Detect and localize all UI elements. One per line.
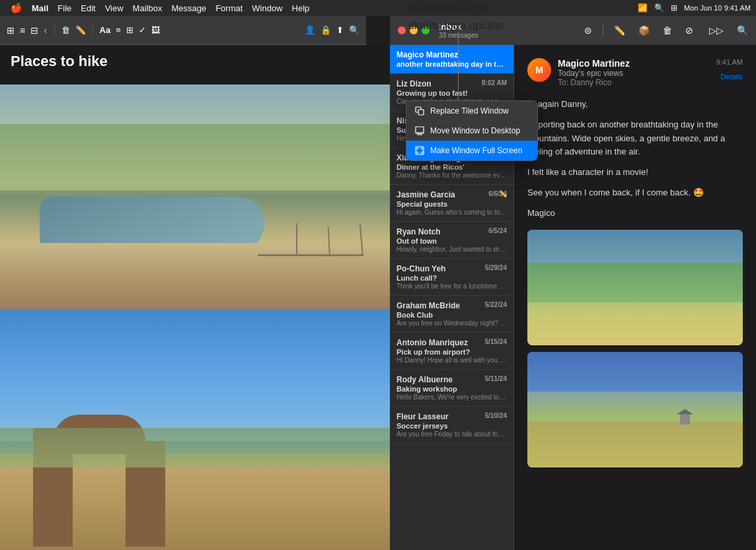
mail-preview-9: Hello Bakers, We're very excited to have… bbox=[397, 394, 507, 401]
mail-body-line-1: Hi again Danny, bbox=[527, 98, 743, 112]
menubar-message[interactable]: Message bbox=[167, 3, 211, 13]
mail-date-6: 5/29/24 bbox=[485, 264, 507, 273]
font-icon[interactable]: Aa bbox=[100, 25, 111, 35]
landscape-image-1 bbox=[0, 85, 390, 309]
menubar-edit[interactable]: Edit bbox=[76, 3, 100, 13]
mail-date-10: 5/10/24 bbox=[485, 412, 507, 421]
menubar-format[interactable]: Format bbox=[211, 3, 247, 13]
mail-list-item-9[interactable]: Rody Albuerne 5/11/24 Baking workshop He… bbox=[390, 370, 513, 407]
compose-mail-icon[interactable]: ✏️ bbox=[614, 25, 625, 36]
mail-body-line-4: See you when I come back, if I come back… bbox=[527, 186, 743, 200]
mail-header-info: Magico Martinez Today's epic views To: D… bbox=[558, 58, 710, 87]
mail-subject-3: Dinner at the Ricos' bbox=[397, 163, 507, 171]
mail-date-1: 8:02 AM bbox=[482, 79, 507, 88]
details-link[interactable]: Details bbox=[720, 73, 743, 81]
mail-list-item-7[interactable]: Graham McBride 5/22/24 Book Club Are you… bbox=[390, 296, 513, 333]
mail-subject-7: Book Club bbox=[397, 311, 507, 319]
menubar-file[interactable]: File bbox=[53, 3, 76, 13]
sender-name-6: Po-Chun Yeh bbox=[397, 264, 485, 273]
lock-icon[interactable]: 🔒 bbox=[321, 25, 331, 35]
sender-name-8: Antonio Manriquez bbox=[397, 338, 485, 347]
landscape-image-2 bbox=[0, 309, 390, 550]
sender-name-4: Jasmine Garcia bbox=[397, 190, 488, 199]
menubar-window[interactable]: Window bbox=[247, 3, 287, 13]
mail-date-7: 5/22/24 bbox=[485, 301, 507, 310]
context-menu-item-fullscreen[interactable]: Make Window Full Screen bbox=[406, 141, 537, 160]
mail-date-8: 5/15/24 bbox=[485, 338, 507, 347]
mail-preview-10: Are you free Friday to talk about the ne… bbox=[397, 430, 507, 438]
apple-menu[interactable]: 🍎 bbox=[5, 3, 27, 13]
mail-list-item-selected[interactable]: Magico Martinez another breathtaking day… bbox=[390, 45, 513, 74]
mail-body: Hi again Danny, Reporting back on anothe… bbox=[527, 98, 743, 221]
sender-name-5: Ryan Notch bbox=[397, 227, 488, 236]
grid-view-icon[interactable]: ⊟ bbox=[30, 25, 38, 36]
mail-body-line-5: Magico bbox=[527, 207, 743, 221]
context-menu: Replace Tiled Window Move Window to Desk… bbox=[406, 100, 538, 161]
more-icon[interactable]: ▷▷ bbox=[709, 25, 724, 36]
mail-landscape-2 bbox=[527, 352, 743, 467]
separator2 bbox=[93, 24, 93, 36]
table-icon[interactable]: ⊞ bbox=[126, 25, 133, 35]
svg-rect-1 bbox=[418, 110, 424, 115]
left-panel: Places to hike bbox=[0, 45, 390, 550]
control-center-icon[interactable]: ⊞ bbox=[671, 3, 677, 13]
junk-icon[interactable]: ⊘ bbox=[685, 25, 693, 36]
mail-preview-4: Hi again, Guess who's coming to town wit… bbox=[397, 209, 507, 216]
compose-icon[interactable]: ✏️ bbox=[75, 25, 86, 35]
mail-subject-10: Soccer jerseys bbox=[397, 422, 507, 430]
mail-list-item-4[interactable]: Jasmine Garcia 6/6/24 Special guests Hi … bbox=[390, 185, 513, 222]
delete-icon[interactable]: 🗑 bbox=[61, 25, 70, 35]
mail-preview-6: Think you'll be free for a lunchtime cha… bbox=[397, 283, 507, 290]
sender-name-10: Fleur Lasseur bbox=[397, 412, 485, 421]
sender-name-1: Liz Dizon bbox=[397, 79, 482, 88]
filter-icon[interactable]: ⊜ bbox=[584, 25, 592, 36]
share-icon[interactable]: ⬆ bbox=[336, 25, 344, 35]
sender-name-0: Magico Martinez bbox=[397, 50, 507, 59]
mail-list-item-5[interactable]: Ryan Notch 6/5/24 Out of town Howdy, nei… bbox=[390, 222, 513, 259]
mail-body-line-3: I felt like a character in a movie! bbox=[527, 166, 743, 180]
close-button[interactable] bbox=[398, 26, 406, 34]
separator bbox=[603, 24, 603, 36]
mail-landscape-1 bbox=[527, 230, 743, 345]
mail-preview-3: Danny, Thanks for the awesome evening! I… bbox=[397, 172, 507, 179]
context-menu-item-replace[interactable]: Replace Tiled Window bbox=[406, 101, 537, 121]
search-icon[interactable]: 🔍 bbox=[349, 25, 359, 35]
contacts-icon[interactable]: 👤 bbox=[305, 25, 315, 35]
from-name: Magico Martinez bbox=[558, 58, 710, 69]
mail-header: M Magico Martinez Today's epic views To:… bbox=[527, 58, 743, 87]
list-view-icon[interactable]: ≡ bbox=[20, 25, 25, 36]
mail-time: 9:41 AM bbox=[716, 58, 743, 66]
mail-search-icon[interactable]: 🔍 bbox=[737, 25, 748, 36]
context-label-fullscreen: Make Window Full Screen bbox=[430, 146, 522, 155]
list-options-icon[interactable]: ≡ bbox=[116, 25, 121, 35]
menubar-mail[interactable]: Mail bbox=[27, 3, 53, 13]
context-menu-item-desktop[interactable]: Move Window to Desktop bbox=[406, 121, 537, 141]
context-label-desktop: Move Window to Desktop bbox=[430, 126, 520, 135]
mail-subject-0: another breathtaking day in the m... bbox=[397, 60, 507, 68]
left-panel-title: Places to hike bbox=[11, 53, 108, 70]
mail-subject-1: Growing up too fast! bbox=[397, 89, 507, 97]
menubar-help[interactable]: Help bbox=[287, 3, 315, 13]
search-menubar-icon[interactable]: 🔍 bbox=[654, 3, 664, 13]
tooltip-text: Noklikšķiniet, lai skatītu loga opcijas. bbox=[408, 1, 507, 34]
archive-icon[interactable]: 📦 bbox=[638, 25, 650, 36]
menubar-mailbox[interactable]: Mailbox bbox=[128, 3, 167, 13]
mail-to: To: Danny Rico bbox=[558, 78, 710, 87]
photo-icon[interactable]: 🖼 bbox=[151, 25, 160, 35]
menubar-view[interactable]: View bbox=[100, 3, 128, 13]
pencil-icon-4: ✏️ bbox=[499, 190, 507, 197]
checklist-icon[interactable]: ✓ bbox=[139, 25, 146, 35]
mail-date-9: 5/11/24 bbox=[485, 375, 507, 384]
mail-preview-8: Hi Danny! Hope all is well with you. I'm… bbox=[397, 357, 507, 364]
fullscreen-icon bbox=[414, 145, 425, 156]
mail-list-item-10[interactable]: Fleur Lasseur 5/10/24 Soccer jerseys Are… bbox=[390, 407, 513, 444]
datetime-display: Mon Jun 10 9:41 AM bbox=[684, 4, 751, 12]
mail-delete-icon[interactable]: 🗑 bbox=[663, 25, 672, 36]
mail-subject-5: Out of town bbox=[397, 237, 507, 245]
back-button-icon[interactable]: ‹ bbox=[44, 24, 47, 36]
mail-list-item-8[interactable]: Antonio Manriquez 5/15/24 Pick up from a… bbox=[390, 333, 513, 370]
sidebar-toggle-icon[interactable]: ⊞ bbox=[7, 25, 15, 36]
mail-subject-4: Special guests bbox=[397, 200, 507, 208]
wifi-icon: 📶 bbox=[638, 3, 648, 13]
mail-list-item-6[interactable]: Po-Chun Yeh 5/29/24 Lunch call? Think yo… bbox=[390, 259, 513, 296]
